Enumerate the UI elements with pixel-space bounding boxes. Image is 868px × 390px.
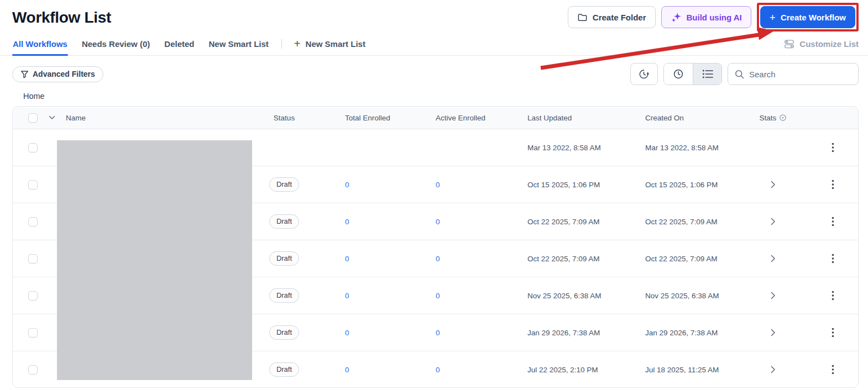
status-badge: Draft xyxy=(269,362,299,377)
status-badge: Draft xyxy=(269,288,299,303)
total-enrolled-link[interactable]: 0 xyxy=(345,255,349,263)
breadcrumb-home[interactable]: Home xyxy=(23,92,45,101)
row-checkbox[interactable] xyxy=(28,143,38,152)
total-enrolled-link[interactable]: 0 xyxy=(345,181,349,189)
search-box xyxy=(728,63,859,85)
stats-chevron-right-icon[interactable] xyxy=(768,252,778,265)
table-header-row: Name Status Total Enrolled Active Enroll… xyxy=(13,107,858,129)
create-folder-label: Create Folder xyxy=(593,13,646,22)
row-menu-kebab-icon[interactable] xyxy=(829,140,836,155)
last-updated-cell: Jan 29 2026, 7:38 AM xyxy=(504,329,620,337)
last-updated-cell: Nov 25 2025, 6:38 AM xyxy=(504,292,620,300)
header-actions: Create Folder Build using AI + Create Wo… xyxy=(568,6,859,31)
column-header-stats: Stats xyxy=(760,114,777,122)
chevron-down-icon[interactable] xyxy=(49,115,55,120)
new-smart-list-button[interactable]: + New Smart List xyxy=(294,38,365,55)
history-button[interactable] xyxy=(630,63,658,85)
folder-icon xyxy=(577,12,588,23)
new-smart-list-label: New Smart List xyxy=(306,39,365,49)
build-using-ai-button[interactable]: Build using AI xyxy=(661,6,751,28)
status-badge: Draft xyxy=(269,214,299,229)
row-menu-kebab-icon[interactable] xyxy=(829,288,836,303)
row-menu-kebab-icon[interactable] xyxy=(829,362,836,377)
tab-new-smart-list[interactable]: New Smart List xyxy=(208,38,269,55)
tab-all-workflows[interactable]: All Workflows xyxy=(12,38,68,55)
row-checkbox[interactable] xyxy=(28,291,38,301)
status-badge: Draft xyxy=(269,251,299,266)
row-checkbox[interactable] xyxy=(28,180,38,189)
plus-icon: + xyxy=(770,12,776,23)
created-on-cell: Jan 29 2026, 7:38 AM xyxy=(620,329,739,337)
status-badge: Draft xyxy=(269,177,299,192)
last-updated-cell: Jul 22 2025, 2:10 PM xyxy=(504,366,620,374)
customize-list-icon xyxy=(784,39,794,49)
advanced-filters-label: Advanced Filters xyxy=(33,70,95,78)
tabs: All Workflows Needs Review (0) Deleted N… xyxy=(12,38,269,55)
row-menu-kebab-icon[interactable] xyxy=(829,325,836,340)
last-updated-cell: Mar 13 2022, 8:58 AM xyxy=(504,144,620,152)
row-menu-kebab-icon[interactable] xyxy=(829,251,836,266)
toolbar: Advanced Filters xyxy=(12,63,859,85)
column-header-name[interactable]: Name xyxy=(57,114,253,122)
stats-chevron-right-icon[interactable] xyxy=(768,289,778,302)
created-on-cell: Jul 18 2025, 11:25 AM xyxy=(620,366,739,374)
tab-bar: All Workflows Needs Review (0) Deleted N… xyxy=(0,38,868,56)
row-menu-kebab-icon[interactable] xyxy=(829,177,836,192)
tab-divider xyxy=(281,39,282,49)
active-enrolled-link[interactable]: 0 xyxy=(436,292,440,300)
last-updated-cell: Oct 22 2025, 7:09 AM xyxy=(504,255,620,263)
clock-history-icon xyxy=(638,68,650,80)
total-enrolled-link[interactable]: 0 xyxy=(345,366,349,374)
clock-icon xyxy=(673,68,684,80)
create-folder-button[interactable]: Create Folder xyxy=(568,6,656,28)
created-on-cell: Oct 22 2025, 7:09 AM xyxy=(620,218,739,226)
column-header-last-updated[interactable]: Last Updated xyxy=(504,114,620,122)
created-on-cell: Mar 13 2022, 8:58 AM xyxy=(620,144,739,152)
view-toggle xyxy=(663,63,722,85)
column-header-created-on[interactable]: Created On xyxy=(620,114,739,122)
top-bar: Workflow List Create Folder Build using … xyxy=(0,0,868,31)
active-enrolled-link[interactable]: 0 xyxy=(436,366,440,374)
row-checkbox[interactable] xyxy=(28,328,38,338)
row-checkbox[interactable] xyxy=(28,254,38,263)
active-enrolled-link[interactable]: 0 xyxy=(436,218,440,226)
column-header-status[interactable]: Status xyxy=(253,114,316,122)
row-menu-kebab-icon[interactable] xyxy=(829,214,836,229)
stats-chevron-right-icon[interactable] xyxy=(768,215,778,228)
list-view-button[interactable] xyxy=(693,64,721,85)
created-on-cell: Oct 15 2025, 1:06 PM xyxy=(620,181,739,189)
stats-chevron-right-icon[interactable] xyxy=(768,178,778,191)
last-updated-cell: Oct 15 2025, 1:06 PM xyxy=(504,181,620,189)
last-updated-cell: Oct 22 2025, 7:09 AM xyxy=(504,218,620,226)
tab-deleted[interactable]: Deleted xyxy=(164,38,195,55)
active-enrolled-link[interactable]: 0 xyxy=(436,181,440,189)
stats-chevron-right-icon[interactable] xyxy=(768,363,778,376)
workflow-list-page: Workflow List Create Folder Build using … xyxy=(0,0,868,390)
active-enrolled-link[interactable]: 0 xyxy=(436,329,440,337)
total-enrolled-link[interactable]: 0 xyxy=(345,329,349,337)
column-header-total-enrolled[interactable]: Total Enrolled xyxy=(316,114,410,122)
annotation-highlight-box: + Create Workflow xyxy=(757,3,859,31)
active-enrolled-link[interactable]: 0 xyxy=(436,255,440,263)
advanced-filters-button[interactable]: Advanced Filters xyxy=(12,66,103,82)
row-checkbox[interactable] xyxy=(28,365,38,375)
page-title: Workflow List xyxy=(12,9,111,27)
filter-funnel-icon xyxy=(20,70,29,78)
create-workflow-label: Create Workflow xyxy=(781,13,846,22)
row-checkbox[interactable] xyxy=(28,217,38,226)
info-icon[interactable] xyxy=(779,114,787,122)
customize-list-button[interactable]: Customize List xyxy=(784,38,859,55)
search-input[interactable] xyxy=(749,70,851,79)
total-enrolled-link[interactable]: 0 xyxy=(345,292,349,300)
created-on-cell: Nov 25 2025, 6:38 AM xyxy=(620,292,739,300)
total-enrolled-link[interactable]: 0 xyxy=(345,218,349,226)
status-badge: Draft xyxy=(269,325,299,340)
customize-list-label: Customize List xyxy=(799,39,859,49)
stats-chevron-right-icon[interactable] xyxy=(768,326,778,339)
time-view-button[interactable] xyxy=(664,64,693,85)
tab-needs-review[interactable]: Needs Review (0) xyxy=(81,38,150,55)
redacted-name-block xyxy=(57,140,252,380)
column-header-active-enrolled[interactable]: Active Enrolled xyxy=(410,114,504,122)
create-workflow-button[interactable]: + Create Workflow xyxy=(760,6,855,28)
select-all-checkbox[interactable] xyxy=(28,113,38,123)
